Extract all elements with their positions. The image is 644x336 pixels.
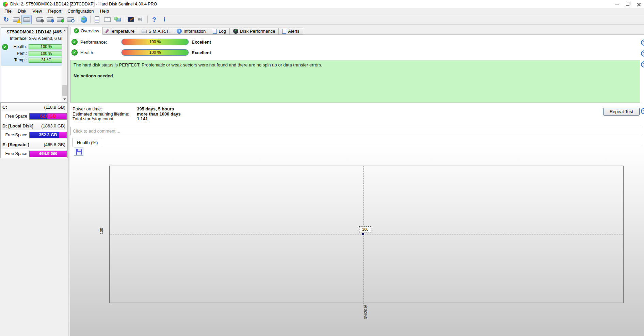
free-space-bar: 352.3 GB: [29, 132, 67, 138]
disk-offline-icon[interactable]: [35, 15, 45, 24]
scroll-down-button[interactable]: [62, 96, 67, 102]
health-metric-row: ✓ Health: 100 % Excellent: [71, 49, 211, 56]
display-settings-icon[interactable]: [126, 15, 136, 24]
menu-disk[interactable]: Disk: [15, 8, 29, 14]
scroll-up-button[interactable]: [62, 28, 67, 33]
tab-alerts[interactable]: Alerts: [279, 28, 303, 35]
performance-rating: Excellent: [192, 40, 211, 45]
menu-configuration[interactable]: Configuration: [64, 8, 97, 14]
disk-temperature-stat: Temp.: 31 °C: [9, 57, 64, 63]
disk-test-icon[interactable]: [55, 15, 65, 24]
partition-size: (1863.0 GB): [41, 123, 65, 128]
document-icon: [282, 29, 286, 34]
menu-view[interactable]: View: [29, 8, 45, 14]
disk-list-scrollbar[interactable]: [62, 28, 67, 102]
partition-name: D: [Local Disk]: [2, 123, 33, 128]
disk-list-item-selected[interactable]: ST500DM002-1BD142 (465.8 Interface: S-AT…: [1, 28, 62, 66]
chevron-down-icon: [63, 98, 66, 100]
help-icon[interactable]: ?: [641, 108, 644, 114]
detail-row: Power on time:395 days, 5 hours: [73, 107, 181, 112]
toolbar-separator: [147, 16, 148, 23]
detail-row: Estimated remaining lifetime:more than 1…: [73, 112, 181, 117]
gauge-icon: [233, 29, 238, 34]
save-chart-button[interactable]: [74, 148, 83, 156]
tab-health-percent[interactable]: Health (%): [73, 138, 102, 147]
disk-info-icon[interactable]: [45, 15, 55, 24]
chart-tab-rule: [70, 146, 640, 146]
temperature-bar: 31 °C: [29, 58, 64, 63]
tab-strip: ✓ Overview Temperature S.M.A.R.T. i Info…: [70, 25, 644, 35]
title-bar: Disk: 2, ST500DM002-1BD142 [Z3TCDDXP] - …: [0, 0, 644, 8]
disk-health-stat: Health: 100 %: [9, 44, 64, 49]
warning-triangle-icon: [17, 19, 21, 23]
free-space-bar: 464.9 GB: [29, 151, 67, 157]
chevron-up-icon: [63, 30, 66, 31]
health-label: Health:: [80, 50, 119, 55]
disk-warning-icon[interactable]: [11, 15, 21, 24]
tab-information[interactable]: i Information: [173, 28, 209, 35]
free-space-label: Free Space: [1, 133, 27, 137]
free-space-label: Free Space: [1, 114, 27, 119]
help-icon[interactable]: ?: [641, 50, 644, 57]
chart-y-tick: 100: [99, 228, 103, 234]
disk-icon: [142, 30, 147, 33]
partition-item-c[interactable]: C: (118.8 GB) Free Space 62.0 GB: [1, 102, 67, 121]
free-space-value: 352.3 GB: [30, 133, 66, 137]
disk-size: (465.8: [51, 29, 62, 34]
info-icon: i: [177, 29, 182, 34]
window-title: Disk: 2, ST500DM002-1BD142 [Z3TCDDXP] - …: [10, 2, 157, 6]
health-percent-bar: 100 %: [122, 49, 189, 56]
document-icon: [213, 29, 217, 34]
tab-overview[interactable]: ✓ Overview: [70, 27, 103, 35]
partition-item-e[interactable]: E: [Segeate ] (465.8 GB) Free Space 464.…: [1, 140, 67, 158]
partition-size: (465.8 GB): [44, 142, 65, 147]
free-space-label: Free Space: [1, 151, 27, 156]
menu-help[interactable]: Help: [97, 8, 112, 14]
disk-search-icon[interactable]: [65, 15, 76, 24]
minimize-button[interactable]: [611, 0, 622, 8]
free-space-value: 62.0 GB: [30, 114, 66, 119]
toolbar-separator: [33, 16, 33, 23]
close-button[interactable]: [633, 0, 644, 8]
tab-temperature[interactable]: Temperature: [103, 28, 138, 35]
free-space-bar: 62.0 GB: [29, 113, 67, 120]
health-rating: Excellent: [192, 50, 211, 55]
tab-smart[interactable]: S.M.A.R.T.: [138, 28, 173, 35]
check-icon: ✓: [74, 28, 79, 33]
disk-interface: Interface: S-ATA Gen3, 6 Gbp: [10, 36, 62, 41]
scrollbar-thumb[interactable]: [62, 85, 67, 96]
web-icon[interactable]: [79, 15, 89, 24]
repeat-test-button[interactable]: Repeat Test: [603, 108, 640, 116]
tab-log[interactable]: Log: [209, 28, 230, 35]
help-icon[interactable]: ?: [149, 15, 159, 24]
maximize-button[interactable]: [622, 0, 633, 8]
menu-file[interactable]: File: [1, 8, 15, 14]
menu-report[interactable]: Report: [45, 8, 64, 14]
help-icon[interactable]: ?: [641, 61, 644, 67]
toolbar-separator: [90, 16, 91, 23]
network-icon[interactable]: [112, 15, 123, 24]
magnifier-icon: [71, 19, 75, 22]
partition-name: C:: [2, 105, 7, 110]
chart-point-label: 100: [359, 226, 371, 232]
email-icon[interactable]: [102, 15, 112, 24]
partition-item-d[interactable]: D: [Local Disk] (1863.0 GB) Free Space 3…: [1, 121, 67, 140]
sound-icon[interactable]: [136, 15, 146, 24]
chart-vertical-gridline: [363, 166, 364, 306]
disk-status-textbox: The hard disk status is PERFECT. Problem…: [70, 60, 640, 103]
app-icon: [3, 2, 8, 7]
free-space-value: 464.9 GB: [30, 151, 66, 156]
help-icon[interactable]: ?: [641, 40, 644, 46]
refresh-icon[interactable]: ↻: [1, 15, 11, 24]
disk-detect-icon[interactable]: [21, 15, 32, 24]
partition-name: E: [Segeate ]: [2, 142, 29, 147]
report-icon[interactable]: [92, 15, 102, 24]
hard-disk-sentinel-window: Disk: 2, ST500DM002-1BD142 [Z3TCDDXP] - …: [0, 0, 644, 336]
comment-input[interactable]: [70, 127, 640, 135]
about-icon[interactable]: i: [159, 15, 170, 24]
window-controls: [611, 0, 644, 8]
toolbar-separator: [77, 16, 77, 23]
thermometer-icon: [105, 29, 109, 33]
tab-disk-performance[interactable]: Disk Performance: [230, 28, 279, 35]
detail-row: Total start/stop count:1,141: [73, 117, 181, 122]
